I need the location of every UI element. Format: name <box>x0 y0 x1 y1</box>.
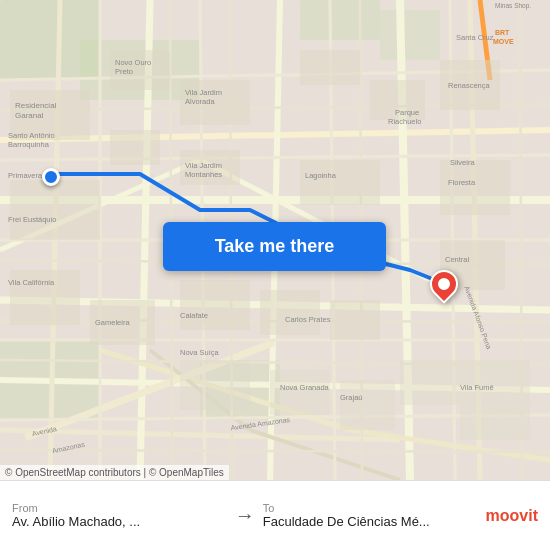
svg-text:Minas Shop.: Minas Shop. <box>495 2 531 10</box>
moovit-logo-text: moovit <box>486 507 538 525</box>
svg-rect-51 <box>180 280 250 330</box>
svg-text:Montanhes: Montanhes <box>185 170 222 179</box>
take-me-there-button[interactable]: Take me there <box>163 222 386 271</box>
svg-text:Vila Jardim: Vila Jardim <box>185 88 222 97</box>
svg-text:Primavera: Primavera <box>8 171 43 180</box>
svg-text:BRT: BRT <box>495 29 510 36</box>
svg-text:Renascença: Renascença <box>448 81 491 90</box>
svg-rect-60 <box>180 360 250 410</box>
svg-text:Preto: Preto <box>115 67 133 76</box>
svg-text:Gameleira: Gameleira <box>95 318 130 327</box>
svg-text:Parque: Parque <box>395 108 419 117</box>
svg-text:Santa Cruz: Santa Cruz <box>456 33 494 42</box>
svg-rect-52 <box>260 290 320 335</box>
svg-text:Calafate: Calafate <box>180 311 208 320</box>
origin-marker <box>42 168 60 186</box>
svg-rect-64 <box>460 360 530 440</box>
svg-rect-62 <box>340 380 395 430</box>
svg-text:Santo Antônio: Santo Antônio <box>8 131 55 140</box>
svg-text:Vila Fumê: Vila Fumê <box>460 383 494 392</box>
to-value: Faculdade De Ciências Mé... <box>263 514 478 529</box>
bottom-bar: From Av. Abílio Machado, ... → To Faculd… <box>0 480 550 550</box>
svg-text:Lagoinha: Lagoinha <box>305 171 337 180</box>
svg-text:Vila Califórnia: Vila Califórnia <box>8 278 55 287</box>
origin-info: From Av. Abílio Machado, ... <box>12 502 227 529</box>
svg-text:Riachuelo: Riachuelo <box>388 117 421 126</box>
svg-text:Floresta: Floresta <box>448 178 476 187</box>
svg-text:Frei Eustáquio: Frei Eustáquio <box>8 215 56 224</box>
svg-text:Nova Suíça: Nova Suíça <box>180 348 220 357</box>
svg-rect-46 <box>110 130 160 165</box>
svg-text:Grajaú: Grajaú <box>340 393 363 402</box>
svg-text:Novo Ouro: Novo Ouro <box>115 58 151 67</box>
svg-rect-3 <box>300 0 380 40</box>
svg-text:Residencial: Residencial <box>15 101 57 110</box>
from-value: Av. Abílio Machado, ... <box>12 514 227 529</box>
destination-marker <box>430 270 458 298</box>
svg-rect-4 <box>380 10 440 60</box>
svg-text:Silveira: Silveira <box>450 158 475 167</box>
svg-text:Garanal: Garanal <box>15 111 44 120</box>
svg-rect-48 <box>10 180 100 240</box>
svg-rect-54 <box>440 160 510 215</box>
svg-text:Barroquinha: Barroquinha <box>8 140 50 149</box>
destination-info: To Faculdade De Ciências Mé... <box>263 502 478 529</box>
svg-rect-63 <box>400 360 460 405</box>
svg-text:MOVE: MOVE <box>493 38 514 45</box>
svg-text:Nova Granada: Nova Granada <box>280 383 330 392</box>
from-label: From <box>12 502 227 514</box>
to-label: To <box>263 502 478 514</box>
svg-text:Vila Jardim: Vila Jardim <box>185 161 222 170</box>
svg-text:Alvorada: Alvorada <box>185 97 215 106</box>
direction-arrow-icon: → <box>235 504 255 527</box>
svg-text:Central: Central <box>445 255 470 264</box>
svg-text:Carlos Prates: Carlos Prates <box>285 315 331 324</box>
moovit-logo: moovit <box>486 507 538 525</box>
map-copyright: © OpenStreetMap contributors | © OpenMap… <box>0 465 229 480</box>
svg-rect-57 <box>300 50 360 85</box>
svg-rect-53 <box>330 300 380 340</box>
map-container: Residencial Garanal Novo Ouro Preto Vila… <box>0 0 550 480</box>
svg-rect-61 <box>270 370 330 415</box>
svg-rect-56 <box>300 160 380 205</box>
